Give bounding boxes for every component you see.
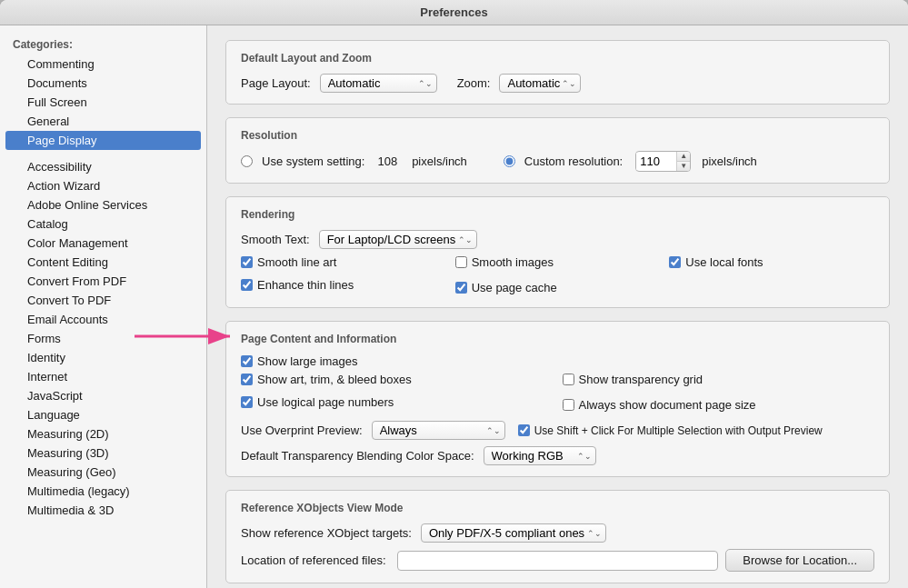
smooth-images-label: Smooth images bbox=[472, 255, 554, 269]
reference-xobjects-title: Reference XObjects View Mode bbox=[241, 502, 874, 514]
sidebar-item-javascript[interactable]: JavaScript bbox=[0, 386, 206, 405]
smooth-line-art-checkbox[interactable] bbox=[241, 256, 253, 268]
custom-resolution-spinner: ▲ ▼ bbox=[635, 151, 691, 172]
default-layout-zoom-section: Default Layout and Zoom Page Layout: Aut… bbox=[225, 40, 890, 105]
sidebar-item-measuring-2d[interactable]: Measuring (2D) bbox=[0, 424, 206, 443]
sidebar-item-general[interactable]: General bbox=[0, 112, 206, 131]
spinner-buttons: ▲ ▼ bbox=[676, 152, 690, 171]
use-overprint-label: Use Overprint Preview: bbox=[241, 424, 363, 437]
sidebar-item-language[interactable]: Language bbox=[0, 405, 206, 424]
smooth-line-art-row: Smooth line art bbox=[241, 255, 446, 269]
sidebar-item-documents[interactable]: Documents bbox=[0, 74, 206, 93]
preferences-window: Preferences Categories: CommentingDocume… bbox=[0, 0, 908, 588]
sidebar-item-catalog[interactable]: Catalog bbox=[0, 214, 206, 234]
use-local-fonts-label: Use local fonts bbox=[685, 255, 763, 269]
location-row: Location of referenced files: Browse for… bbox=[241, 549, 874, 572]
title-bar: Preferences bbox=[0, 0, 908, 25]
show-targets-row: Show reference XObject targets: Only PDF… bbox=[241, 523, 874, 543]
reference-xobjects-section: Reference XObjects View Mode Show refere… bbox=[225, 490, 890, 583]
sidebar-bottom-items: AccessibilityAction WizardAdobe Online S… bbox=[0, 157, 206, 520]
show-large-images-label: Show large images bbox=[257, 354, 358, 368]
sidebar-item-page-display[interactable]: Page Display bbox=[5, 131, 201, 150]
browse-for-location-button[interactable]: Browse for Location... bbox=[725, 549, 874, 572]
smooth-text-select-wrapper: For Laptop/LCD screens For Monitor For P… bbox=[319, 230, 477, 249]
use-page-cache-label: Use page cache bbox=[472, 281, 557, 294]
show-transparency-grid-checkbox[interactable] bbox=[563, 374, 574, 385]
sidebar-item-convert-to-pdf[interactable]: Convert To PDF bbox=[0, 291, 206, 310]
use-logical-page-numbers-label: Use logical page numbers bbox=[257, 395, 394, 409]
overprint-select[interactable]: Always Only for PDF/X files Never bbox=[372, 421, 505, 440]
custom-resolution-radio[interactable] bbox=[504, 155, 515, 167]
system-unit: pixels/inch bbox=[412, 154, 467, 168]
show-art-trim-label: Show art, trim, & bleed boxes bbox=[257, 373, 412, 386]
sidebar-item-convert-from-pdf[interactable]: Convert From PDF bbox=[0, 272, 206, 291]
custom-unit: pixels/inch bbox=[702, 154, 757, 168]
sidebar-top-items: CommentingDocumentsFull ScreenGeneralPag… bbox=[0, 55, 206, 150]
sidebar-item-identity[interactable]: Identity bbox=[0, 348, 206, 367]
rendering-section: Rendering Smooth Text: For Laptop/LCD sc… bbox=[225, 196, 890, 308]
enhance-thin-lines-row: Enhance thin lines bbox=[241, 278, 446, 292]
sidebar-item-multimedia-3d[interactable]: Multimedia & 3D bbox=[0, 501, 206, 520]
overprint-row: Use Overprint Preview: Always Only for P… bbox=[241, 421, 874, 440]
overprint-note-row: Use Shift + Click For Multiple Selection… bbox=[518, 424, 823, 437]
smooth-text-select[interactable]: For Laptop/LCD screens For Monitor For P… bbox=[319, 230, 477, 249]
zoom-select[interactable]: Automatic Fit Page Fit Width 50% 75% 100… bbox=[499, 74, 581, 93]
enhance-thin-lines-checkbox[interactable] bbox=[241, 279, 253, 291]
transparency-blending-select[interactable]: Working RGB Document RGB sRGB bbox=[484, 446, 596, 465]
transparency-blending-select-wrapper: Working RGB Document RGB sRGB bbox=[484, 446, 596, 465]
use-logical-page-numbers-checkbox[interactable] bbox=[241, 396, 253, 408]
overprint-note-checkbox[interactable] bbox=[518, 424, 530, 436]
smooth-line-art-label: Smooth line art bbox=[257, 255, 336, 269]
custom-label: Custom resolution: bbox=[524, 154, 623, 168]
location-label: Location of referenced files: bbox=[241, 553, 386, 567]
system-value: 108 bbox=[377, 154, 397, 168]
sidebar-item-email-accounts[interactable]: Email Accounts bbox=[0, 310, 206, 329]
sidebar-item-multimedia-legacy[interactable]: Multimedia (legacy) bbox=[0, 482, 206, 501]
sidebar-item-measuring-geo[interactable]: Measuring (Geo) bbox=[0, 463, 206, 482]
smooth-images-checkbox[interactable] bbox=[455, 256, 467, 268]
use-local-fonts-row: Use local fonts bbox=[669, 255, 874, 269]
sidebar-item-content-editing[interactable]: Content Editing bbox=[0, 253, 206, 272]
use-system-setting-radio[interactable] bbox=[241, 155, 253, 167]
page-content-title: Page Content and Information bbox=[241, 333, 874, 345]
show-large-images-checkbox[interactable] bbox=[241, 355, 253, 367]
always-show-doc-page-size-row: Always show document page size bbox=[563, 395, 875, 414]
use-logical-page-numbers-row: Use logical page numbers bbox=[241, 395, 554, 409]
use-page-cache-row: Use page cache bbox=[455, 278, 661, 296]
resolution-title: Resolution bbox=[241, 129, 874, 142]
custom-resolution-input[interactable] bbox=[636, 153, 676, 170]
sidebar-item-commenting[interactable]: Commenting bbox=[0, 55, 206, 74]
sidebar-item-action-wizard[interactable]: Action Wizard bbox=[0, 176, 206, 195]
use-local-fonts-checkbox[interactable] bbox=[669, 256, 681, 268]
sidebar-item-accessibility[interactable]: Accessibility bbox=[0, 157, 206, 176]
enhance-thin-lines-label: Enhance thin lines bbox=[257, 278, 354, 292]
show-transparency-grid-row: Show transparency grid bbox=[563, 373, 875, 386]
use-page-cache-checkbox[interactable] bbox=[455, 282, 467, 294]
resolution-row: Use system setting: 108 pixels/inch Cust… bbox=[241, 151, 874, 172]
transparency-blending-label: Default Transparency Blending Color Spac… bbox=[241, 449, 474, 463]
page-layout-select[interactable]: Automatic Single Page Two-Up (Facing) bbox=[320, 74, 437, 93]
sidebar-item-forms[interactable]: Forms bbox=[0, 329, 206, 348]
overprint-select-wrapper: Always Only for PDF/X files Never bbox=[372, 421, 505, 440]
window-body: Categories: CommentingDocumentsFull Scre… bbox=[0, 25, 908, 588]
sidebar-item-internet[interactable]: Internet bbox=[0, 367, 206, 386]
sidebar-item-color-management[interactable]: Color Management bbox=[0, 234, 206, 253]
location-input[interactable] bbox=[397, 551, 719, 571]
show-large-images-row: Show large images bbox=[241, 354, 874, 368]
rendering-title: Rendering bbox=[241, 208, 874, 221]
sidebar-item-full-screen[interactable]: Full Screen bbox=[0, 93, 206, 112]
overprint-note: Use Shift + Click For Multiple Selection… bbox=[534, 424, 823, 437]
show-targets-select[interactable]: Only PDF/X-5 compliant ones All None bbox=[421, 523, 606, 543]
sidebar-item-measuring-3d[interactable]: Measuring (3D) bbox=[0, 443, 206, 463]
spinner-down-btn[interactable]: ▼ bbox=[677, 162, 690, 171]
show-art-trim-checkbox[interactable] bbox=[241, 374, 253, 385]
smooth-text-row: Smooth Text: For Laptop/LCD screens For … bbox=[241, 230, 874, 249]
zoom-label: Zoom: bbox=[457, 76, 491, 90]
show-targets-label: Show reference XObject targets: bbox=[241, 526, 412, 540]
smooth-text-label: Smooth Text: bbox=[241, 233, 310, 246]
page-content-checkboxes: Show art, trim, & bleed boxes Show trans… bbox=[241, 373, 874, 414]
always-show-doc-page-size-checkbox[interactable] bbox=[563, 399, 574, 411]
layout-zoom-row: Page Layout: Automatic Single Page Two-U… bbox=[241, 74, 874, 93]
sidebar-item-adobe-online-services[interactable]: Adobe Online Services bbox=[0, 195, 206, 214]
spinner-up-btn[interactable]: ▲ bbox=[677, 152, 690, 162]
